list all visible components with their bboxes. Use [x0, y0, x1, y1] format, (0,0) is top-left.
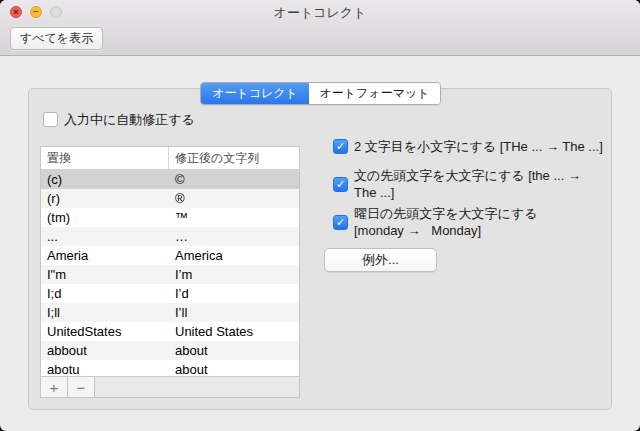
checkmark-icon: ✓ — [336, 141, 345, 152]
tab-bar: オートコレクト オートフォーマット — [200, 82, 441, 105]
show-all-button[interactable]: すべてを表示 — [10, 27, 103, 50]
table-row[interactable]: I;llI’ll — [41, 303, 299, 322]
table-row[interactable]: AmeriaAmerica — [41, 246, 299, 265]
table-cell: America — [169, 246, 299, 265]
table-cell: I"m — [41, 265, 169, 284]
table-row[interactable]: abotuabout — [41, 360, 299, 376]
table-cell: abbout — [41, 341, 169, 360]
table-cell: I’d — [169, 284, 299, 303]
checkbox-icon[interactable]: ✓ — [43, 112, 58, 127]
table-cell: I;d — [41, 284, 169, 303]
add-icon: + — [50, 380, 59, 395]
remove-row-button[interactable]: − — [68, 377, 95, 397]
replacement-table: 置換 修正後の文字列 (c)©(r)®(tm)™...…AmeriaAmeric… — [40, 146, 300, 398]
table-row[interactable]: I;dI’d — [41, 284, 299, 303]
tab-autoformat[interactable]: オートフォーマット — [309, 83, 440, 104]
table-row[interactable]: (r)® — [41, 189, 299, 208]
table-cell: I’ll — [169, 303, 299, 322]
table-cell: I;ll — [41, 303, 169, 322]
table-header: 置換 修正後の文字列 — [41, 147, 299, 170]
table-cell: © — [169, 170, 299, 189]
option-label: 2 文字目を小文字にする [THe ... → The ...] — [354, 138, 603, 155]
remove-icon: − — [77, 380, 86, 395]
table-body: (c)©(r)®(tm)™...…AmeriaAmericaI"mI’mI;dI… — [41, 170, 299, 376]
table-cell: (c) — [41, 170, 169, 189]
table-row[interactable]: ...… — [41, 227, 299, 246]
checkbox-icon[interactable]: ✓ — [333, 139, 348, 154]
checkbox-label: 入力中に自動修正する — [64, 111, 195, 128]
table-cell: abotu — [41, 360, 169, 376]
checkmark-icon: ✓ — [46, 114, 55, 125]
option-capitalize-weekday[interactable]: ✓ 曜日の先頭文字を大文字にする[monday → Monday] — [333, 205, 605, 239]
table-cell: UnitedStates — [41, 322, 169, 341]
table-row[interactable]: (c)© — [41, 170, 299, 189]
checkmark-icon: ✓ — [336, 217, 345, 228]
column-header-with[interactable]: 修正後の文字列 — [169, 147, 299, 169]
table-cell: ® — [169, 189, 299, 208]
table-cell: about — [169, 341, 299, 360]
table-cell: … — [169, 227, 299, 246]
option-lowercase-second-letter[interactable]: ✓ 2 文字目を小文字にする [THe ... → The ...] — [333, 138, 605, 155]
column-header-replace[interactable]: 置換 — [41, 147, 169, 169]
table-row[interactable]: (tm)™ — [41, 208, 299, 227]
checkbox-icon[interactable]: ✓ — [333, 215, 348, 230]
add-row-button[interactable]: + — [41, 377, 68, 397]
checkbox-icon[interactable]: ✓ — [333, 177, 348, 192]
exceptions-button[interactable]: 例外... — [324, 248, 437, 272]
window-title: オートコレクト — [0, 4, 640, 22]
option-capitalize-sentence[interactable]: ✓ 文の先頭文字を大文字にする [the ... →The ...] — [333, 167, 605, 201]
table-cell: I’m — [169, 265, 299, 284]
table-row[interactable]: abboutabout — [41, 341, 299, 360]
table-cell: (tm) — [41, 208, 169, 227]
option-label: 文の先頭文字を大文字にする [the ... →The ...] — [354, 167, 581, 201]
title-bar: × − オートコレクト すべてを表示 — [0, 0, 640, 56]
tab-autocorrect[interactable]: オートコレクト — [201, 83, 309, 104]
table-cell: Ameria — [41, 246, 169, 265]
table-row[interactable]: UnitedStatesUnited States — [41, 322, 299, 341]
table-cell: ™ — [169, 208, 299, 227]
table-cell: ... — [41, 227, 169, 246]
table-cell: United States — [169, 322, 299, 341]
autocorrect-while-typing-option[interactable]: ✓ 入力中に自動修正する — [43, 111, 195, 128]
table-cell: (r) — [41, 189, 169, 208]
autocorrect-preferences-window: × − オートコレクト すべてを表示 オートコレクト オートフォーマット ✓ 入… — [0, 0, 640, 431]
table-cell: about — [169, 360, 299, 376]
table-row[interactable]: I"mI’m — [41, 265, 299, 284]
table-footer-bar: + − — [41, 376, 299, 397]
checkmark-icon: ✓ — [336, 179, 345, 190]
option-label: 曜日の先頭文字を大文字にする[monday → Monday] — [354, 205, 538, 239]
